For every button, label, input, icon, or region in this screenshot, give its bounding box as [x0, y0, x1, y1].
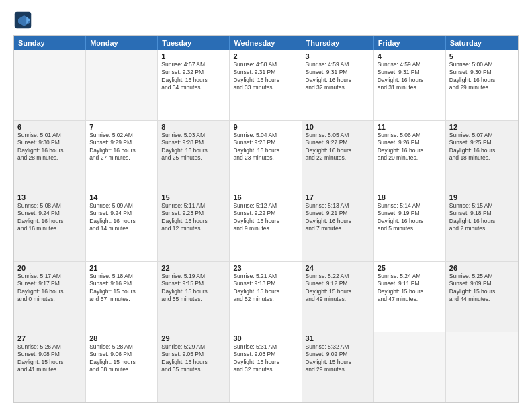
- day-header: Monday: [86, 36, 158, 50]
- calendar-cell: 17Sunrise: 5:13 AM Sunset: 9:21 PM Dayli…: [302, 191, 374, 261]
- cell-details: Sunrise: 5:11 AM Sunset: 9:23 PM Dayligh…: [161, 202, 226, 233]
- cell-details: Sunrise: 5:26 AM Sunset: 9:08 PM Dayligh…: [17, 343, 82, 374]
- calendar-cell: 11Sunrise: 5:06 AM Sunset: 9:26 PM Dayli…: [374, 121, 446, 191]
- cell-details: Sunrise: 5:14 AM Sunset: 9:19 PM Dayligh…: [378, 202, 442, 233]
- cell-details: Sunrise: 5:03 AM Sunset: 9:28 PM Dayligh…: [161, 132, 226, 163]
- cell-details: Sunrise: 4:57 AM Sunset: 9:32 PM Dayligh…: [161, 61, 226, 92]
- calendar: SundayMondayTuesdayWednesdayThursdayFrid…: [13, 35, 519, 403]
- calendar-cell: 8Sunrise: 5:03 AM Sunset: 9:28 PM Daylig…: [158, 121, 230, 191]
- cell-details: Sunrise: 5:29 AM Sunset: 9:05 PM Dayligh…: [161, 343, 226, 374]
- cell-details: Sunrise: 4:58 AM Sunset: 9:31 PM Dayligh…: [233, 61, 298, 92]
- calendar-cell: 3Sunrise: 4:59 AM Sunset: 9:31 PM Daylig…: [302, 50, 374, 120]
- calendar-cell: [14, 50, 86, 120]
- calendar-row: 1Sunrise: 4:57 AM Sunset: 9:32 PM Daylig…: [14, 50, 518, 120]
- day-number: 9: [233, 123, 298, 131]
- cell-details: Sunrise: 5:24 AM Sunset: 9:11 PM Dayligh…: [378, 273, 442, 304]
- calendar-cell: 21Sunrise: 5:18 AM Sunset: 9:16 PM Dayli…: [86, 262, 158, 332]
- cell-details: Sunrise: 5:07 AM Sunset: 9:25 PM Dayligh…: [449, 132, 515, 163]
- day-number: 20: [17, 264, 82, 272]
- day-number: 14: [89, 193, 154, 201]
- calendar-cell: 31Sunrise: 5:32 AM Sunset: 9:02 PM Dayli…: [302, 332, 374, 402]
- calendar-row: 20Sunrise: 5:17 AM Sunset: 9:17 PM Dayli…: [14, 261, 518, 332]
- calendar-row: 27Sunrise: 5:26 AM Sunset: 9:08 PM Dayli…: [14, 332, 518, 402]
- calendar-cell: [374, 332, 446, 402]
- calendar-cell: 7Sunrise: 5:02 AM Sunset: 9:29 PM Daylig…: [86, 121, 158, 191]
- logo-icon: [13, 11, 32, 30]
- cell-details: Sunrise: 5:15 AM Sunset: 9:18 PM Dayligh…: [449, 202, 515, 233]
- day-number: 11: [378, 123, 442, 131]
- calendar-header: SundayMondayTuesdayWednesdayThursdayFrid…: [14, 36, 518, 50]
- day-number: 1: [161, 52, 226, 60]
- calendar-cell: 23Sunrise: 5:21 AM Sunset: 9:13 PM Dayli…: [230, 262, 302, 332]
- cell-details: Sunrise: 5:21 AM Sunset: 9:13 PM Dayligh…: [233, 273, 298, 304]
- day-number: 16: [233, 193, 298, 201]
- calendar-cell: 27Sunrise: 5:26 AM Sunset: 9:08 PM Dayli…: [14, 332, 86, 402]
- calendar-cell: 29Sunrise: 5:29 AM Sunset: 9:05 PM Dayli…: [158, 332, 230, 402]
- day-number: 6: [17, 123, 82, 131]
- calendar-cell: 10Sunrise: 5:05 AM Sunset: 9:27 PM Dayli…: [302, 121, 374, 191]
- calendar-cell: 2Sunrise: 4:58 AM Sunset: 9:31 PM Daylig…: [230, 50, 302, 120]
- day-header: Friday: [374, 36, 446, 50]
- calendar-cell: 30Sunrise: 5:31 AM Sunset: 9:03 PM Dayli…: [230, 332, 302, 402]
- day-number: 10: [306, 123, 370, 131]
- cell-details: Sunrise: 5:25 AM Sunset: 9:09 PM Dayligh…: [449, 273, 515, 304]
- day-number: 27: [17, 334, 82, 342]
- calendar-cell: 1Sunrise: 4:57 AM Sunset: 9:32 PM Daylig…: [158, 50, 230, 120]
- cell-details: Sunrise: 4:59 AM Sunset: 9:31 PM Dayligh…: [378, 61, 442, 92]
- cell-details: Sunrise: 5:09 AM Sunset: 9:24 PM Dayligh…: [89, 202, 154, 233]
- calendar-row: 13Sunrise: 5:08 AM Sunset: 9:24 PM Dayli…: [14, 191, 518, 261]
- page: SundayMondayTuesdayWednesdayThursdayFrid…: [0, 0, 532, 411]
- calendar-cell: 24Sunrise: 5:22 AM Sunset: 9:12 PM Dayli…: [302, 262, 374, 332]
- calendar-cell: [86, 50, 158, 120]
- cell-details: Sunrise: 5:05 AM Sunset: 9:27 PM Dayligh…: [306, 132, 370, 163]
- day-number: 7: [89, 123, 154, 131]
- cell-details: Sunrise: 5:28 AM Sunset: 9:06 PM Dayligh…: [89, 343, 154, 374]
- day-number: 28: [89, 334, 154, 342]
- day-number: 22: [161, 264, 226, 272]
- day-number: 17: [306, 193, 370, 201]
- calendar-cell: 18Sunrise: 5:14 AM Sunset: 9:19 PM Dayli…: [374, 191, 446, 261]
- cell-details: Sunrise: 5:31 AM Sunset: 9:03 PM Dayligh…: [233, 343, 298, 374]
- day-number: 15: [161, 193, 226, 201]
- calendar-cell: 12Sunrise: 5:07 AM Sunset: 9:25 PM Dayli…: [446, 121, 518, 191]
- day-number: 31: [306, 334, 370, 342]
- cell-details: Sunrise: 5:17 AM Sunset: 9:17 PM Dayligh…: [17, 273, 82, 304]
- logo: [13, 11, 35, 30]
- day-number: 5: [449, 52, 515, 60]
- calendar-cell: 16Sunrise: 5:12 AM Sunset: 9:22 PM Dayli…: [230, 191, 302, 261]
- calendar-cell: [446, 332, 518, 402]
- day-number: 8: [161, 123, 226, 131]
- cell-details: Sunrise: 5:01 AM Sunset: 9:30 PM Dayligh…: [17, 132, 82, 163]
- cell-details: Sunrise: 5:04 AM Sunset: 9:28 PM Dayligh…: [233, 132, 298, 163]
- header: [13, 11, 519, 30]
- calendar-body: 1Sunrise: 4:57 AM Sunset: 9:32 PM Daylig…: [14, 50, 518, 402]
- day-number: 25: [378, 264, 442, 272]
- day-number: 24: [306, 264, 370, 272]
- calendar-cell: 9Sunrise: 5:04 AM Sunset: 9:28 PM Daylig…: [230, 121, 302, 191]
- day-number: 21: [89, 264, 154, 272]
- calendar-cell: 5Sunrise: 5:00 AM Sunset: 9:30 PM Daylig…: [446, 50, 518, 120]
- day-header: Wednesday: [230, 36, 302, 50]
- day-number: 4: [378, 52, 442, 60]
- day-number: 3: [306, 52, 370, 60]
- day-number: 30: [233, 334, 298, 342]
- cell-details: Sunrise: 5:22 AM Sunset: 9:12 PM Dayligh…: [306, 273, 370, 304]
- calendar-cell: 13Sunrise: 5:08 AM Sunset: 9:24 PM Dayli…: [14, 191, 86, 261]
- cell-details: Sunrise: 5:08 AM Sunset: 9:24 PM Dayligh…: [17, 202, 82, 233]
- calendar-cell: 25Sunrise: 5:24 AM Sunset: 9:11 PM Dayli…: [374, 262, 446, 332]
- calendar-cell: 26Sunrise: 5:25 AM Sunset: 9:09 PM Dayli…: [446, 262, 518, 332]
- day-number: 29: [161, 334, 226, 342]
- calendar-cell: 6Sunrise: 5:01 AM Sunset: 9:30 PM Daylig…: [14, 121, 86, 191]
- day-number: 13: [17, 193, 82, 201]
- cell-details: Sunrise: 5:00 AM Sunset: 9:30 PM Dayligh…: [449, 61, 515, 92]
- day-number: 2: [233, 52, 298, 60]
- calendar-cell: 15Sunrise: 5:11 AM Sunset: 9:23 PM Dayli…: [158, 191, 230, 261]
- cell-details: Sunrise: 5:06 AM Sunset: 9:26 PM Dayligh…: [378, 132, 442, 163]
- cell-details: Sunrise: 5:18 AM Sunset: 9:16 PM Dayligh…: [89, 273, 154, 304]
- calendar-cell: 28Sunrise: 5:28 AM Sunset: 9:06 PM Dayli…: [86, 332, 158, 402]
- calendar-cell: 14Sunrise: 5:09 AM Sunset: 9:24 PM Dayli…: [86, 191, 158, 261]
- calendar-cell: 4Sunrise: 4:59 AM Sunset: 9:31 PM Daylig…: [374, 50, 446, 120]
- day-header: Sunday: [14, 36, 86, 50]
- day-header: Saturday: [446, 36, 518, 50]
- day-header: Thursday: [302, 36, 374, 50]
